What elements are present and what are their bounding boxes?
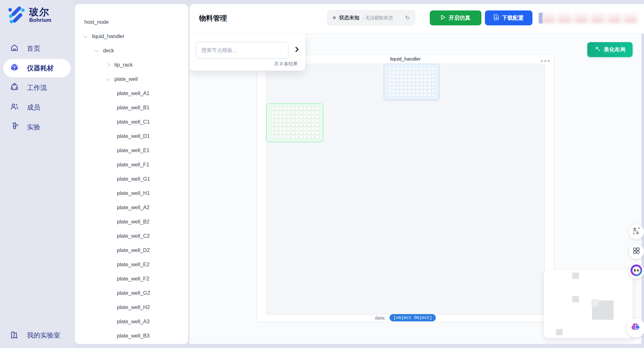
chevron-down-icon[interactable] bbox=[106, 77, 110, 81]
minimap[interactable] bbox=[544, 270, 633, 338]
tree-item-plate_well_F1[interactable]: plate_well_F1 bbox=[75, 158, 188, 172]
well bbox=[287, 111, 290, 114]
ai-brain-button[interactable] bbox=[626, 319, 644, 338]
well bbox=[307, 107, 311, 110]
start-simulation-button[interactable]: 开启仿真 bbox=[430, 10, 481, 25]
tree-item-plate_well_C1[interactable]: plate_well_C1 bbox=[75, 115, 188, 129]
liquid-handler-node[interactable]: liquid_handler data: [object Object] bbox=[257, 55, 554, 322]
chevron-down-icon[interactable] bbox=[94, 48, 99, 52]
collapse-chevron-icon[interactable] bbox=[293, 47, 299, 52]
well bbox=[315, 131, 319, 135]
tree-item-plate_well_G1[interactable]: plate_well_G1 bbox=[75, 172, 188, 186]
flow-canvas[interactable]: liquid_handler data: [object Object] 共 0… bbox=[190, 34, 644, 344]
sidebar-nav: 首页 仪器耗材 工作流 bbox=[0, 39, 74, 136]
well bbox=[420, 75, 423, 78]
well bbox=[307, 127, 311, 131]
well bbox=[432, 71, 435, 74]
status-badge: 状态未知 - 无法获取状态 ↻ bbox=[327, 10, 415, 25]
chevron-down-icon[interactable] bbox=[83, 34, 87, 38]
plate-well-node[interactable] bbox=[266, 103, 323, 142]
well bbox=[404, 67, 407, 70]
tree-item-deck[interactable]: deck bbox=[75, 43, 188, 58]
tree-item-plate_well_C2[interactable]: plate_well_C2 bbox=[75, 229, 188, 243]
well bbox=[388, 90, 391, 93]
well bbox=[388, 93, 391, 97]
well bbox=[420, 82, 423, 86]
account-info-redacted[interactable] bbox=[539, 11, 639, 25]
tree-item-plate_well[interactable]: plate_well bbox=[75, 72, 188, 86]
well bbox=[420, 93, 423, 97]
tree-item-plate_well_E1[interactable]: plate_well_E1 bbox=[75, 143, 188, 158]
sidebar-item-members[interactable]: 成员 bbox=[3, 98, 71, 117]
node-menu-dots-icon[interactable] bbox=[541, 60, 550, 62]
well bbox=[392, 67, 395, 70]
sidebar-item-my-lab[interactable]: 我的实验室 bbox=[0, 330, 74, 340]
well bbox=[311, 135, 315, 139]
search-input[interactable] bbox=[196, 42, 288, 59]
tree-item-label: plate_well bbox=[114, 76, 138, 82]
chevron-right-icon[interactable] bbox=[106, 63, 110, 67]
tree-item-plate_well_B2[interactable]: plate_well_B2 bbox=[75, 215, 188, 229]
sidebar-item-instruments[interactable]: 仪器耗材 bbox=[3, 59, 71, 77]
well bbox=[307, 131, 311, 135]
tree-item-plate_well_A2[interactable]: plate_well_A2 bbox=[75, 200, 188, 215]
well bbox=[299, 123, 303, 126]
well bbox=[283, 135, 286, 139]
tree-item-plate_well_B1[interactable]: plate_well_B1 bbox=[75, 100, 188, 115]
tree-item-host_node[interactable]: host_node bbox=[75, 15, 188, 29]
well bbox=[420, 79, 423, 82]
well bbox=[287, 135, 290, 139]
refresh-icon[interactable]: ↻ bbox=[405, 15, 410, 21]
apps-grid-button[interactable] bbox=[629, 244, 644, 259]
tree-item-plate_well_G2[interactable]: plate_well_G2 bbox=[75, 286, 188, 300]
well bbox=[271, 115, 274, 119]
deck-node[interactable] bbox=[266, 64, 545, 315]
well bbox=[416, 93, 419, 97]
well bbox=[428, 90, 431, 93]
tree-item-plate_well_H1[interactable]: plate_well_H1 bbox=[75, 186, 188, 200]
translate-button[interactable]: 文 A bbox=[629, 224, 644, 239]
well bbox=[388, 71, 391, 74]
well bbox=[287, 123, 290, 126]
well bbox=[299, 119, 303, 122]
well bbox=[307, 123, 311, 126]
download-config-button[interactable]: 下载配置 bbox=[485, 10, 532, 25]
beautify-layout-button[interactable]: 美化布局 bbox=[587, 42, 633, 57]
play-icon bbox=[441, 15, 446, 22]
well bbox=[420, 86, 423, 89]
well bbox=[432, 93, 435, 97]
tree-item-plate_well_A1[interactable]: plate_well_A1 bbox=[75, 86, 188, 100]
well bbox=[279, 135, 282, 139]
well bbox=[428, 93, 431, 97]
well bbox=[271, 123, 274, 126]
tree-item-plate_well_B3[interactable]: plate_well_B3 bbox=[75, 329, 188, 343]
well bbox=[275, 123, 278, 126]
well bbox=[283, 127, 286, 131]
sidebar-item-label: 成员 bbox=[27, 103, 40, 112]
well bbox=[412, 75, 415, 78]
tree-item-plate_well_D2[interactable]: plate_well_D2 bbox=[75, 243, 188, 257]
tree-item-plate_well_H2[interactable]: plate_well_H2 bbox=[75, 300, 188, 314]
tree-item-liquid_handler[interactable]: liquid_handler bbox=[75, 29, 188, 43]
assistant-robot-button[interactable] bbox=[629, 263, 644, 279]
well bbox=[303, 107, 307, 110]
tree-item-plate_well_E2[interactable]: plate_well_E2 bbox=[75, 257, 188, 272]
tree-item-plate_well_D1[interactable]: plate_well_D1 bbox=[75, 129, 188, 143]
well bbox=[412, 79, 415, 82]
well bbox=[291, 131, 294, 135]
well bbox=[291, 115, 294, 119]
well bbox=[291, 135, 294, 139]
well bbox=[424, 90, 427, 93]
well bbox=[295, 115, 299, 119]
tip-rack-node[interactable] bbox=[384, 64, 439, 100]
sidebar-item-workflow[interactable]: 工作流 bbox=[3, 79, 71, 97]
tree-item-plate_well_F2[interactable]: plate_well_F2 bbox=[75, 272, 188, 286]
members-icon bbox=[10, 102, 19, 113]
tree-item-tip_rack[interactable]: tip_rack bbox=[75, 58, 188, 72]
sidebar-item-experiment[interactable]: 实验 bbox=[3, 118, 71, 136]
page-header: 物料管理 状态未知 - 无法获取状态 ↻ 开启仿真 下载配置 bbox=[190, 4, 644, 34]
right-edge-scrollbar[interactable] bbox=[641, 34, 644, 344]
sidebar-item-home[interactable]: 首页 bbox=[3, 39, 71, 58]
well bbox=[428, 71, 431, 74]
tree-item-plate_well_A3[interactable]: plate_well_A3 bbox=[75, 314, 188, 329]
